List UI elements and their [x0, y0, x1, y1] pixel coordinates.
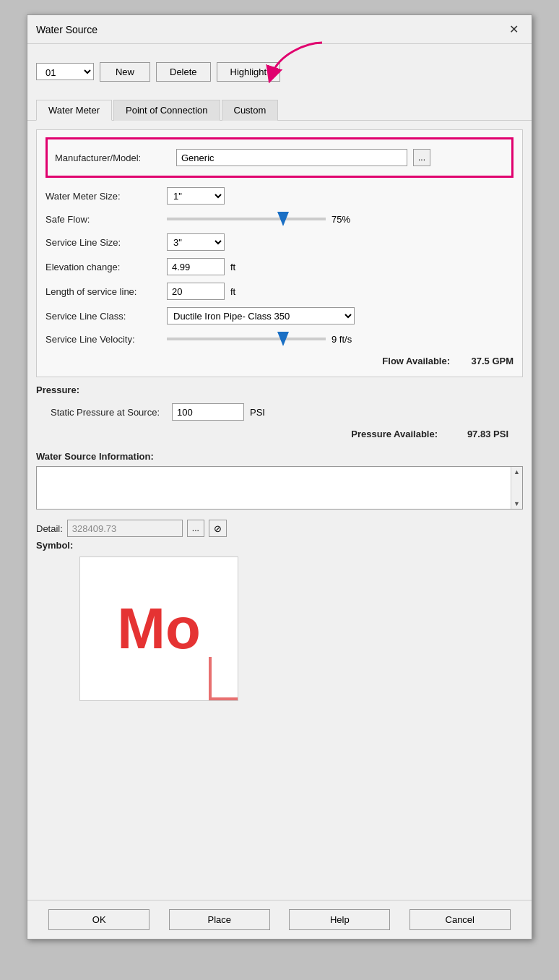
- delete-button[interactable]: Delete: [156, 62, 211, 82]
- elevation-change-unit: ft: [230, 262, 235, 272]
- new-button[interactable]: New: [100, 62, 150, 82]
- symbol-text: Mo: [117, 596, 201, 662]
- close-button[interactable]: ✕: [505, 21, 523, 38]
- cancel-button[interactable]: Cancel: [410, 909, 511, 930]
- water-source-info-section: Water Source Information: ▲ ▼: [36, 451, 523, 510]
- length-service-unit: ft: [230, 286, 235, 297]
- safe-flow-row: Safe Flow: 75%: [46, 208, 514, 230]
- service-line-velocity-slider-container: [167, 332, 326, 346]
- dialog-title: Water Source: [36, 24, 98, 35]
- symbol-section: Symbol: Mo: [36, 540, 523, 701]
- symbol-corner-decoration: [209, 657, 238, 700]
- service-line-velocity-slider[interactable]: [167, 338, 326, 340]
- service-line-velocity-row: Service Line Velocity: 9 ft/s: [46, 328, 514, 350]
- record-selector[interactable]: 01 02 03: [36, 63, 94, 80]
- detail-clear-button[interactable]: ⊘: [209, 520, 227, 537]
- service-line-velocity-label: Service Line Velocity:: [46, 334, 161, 345]
- detail-browse-button[interactable]: ...: [187, 520, 204, 537]
- service-line-class-row: Service Line Class: Ductile Iron Pipe- C…: [46, 304, 514, 328]
- service-line-class-select[interactable]: Ductile Iron Pipe- Class 350 PVC Class 2…: [167, 307, 355, 324]
- detail-row: Detail: ... ⊘: [36, 517, 523, 540]
- ok-button[interactable]: OK: [48, 909, 150, 930]
- static-pressure-input[interactable]: [172, 403, 244, 421]
- water-meter-size-label: Water Meter Size:: [46, 191, 161, 202]
- flow-available-value: 37.5 GPM: [456, 356, 514, 366]
- pressure-available-value: 97.83 PSI: [443, 429, 508, 439]
- manufacturer-browse-button[interactable]: ...: [413, 149, 430, 166]
- toolbar: 01 02 03 New Delete Highlight: [27, 44, 532, 99]
- place-button[interactable]: Place: [169, 909, 270, 930]
- title-bar: Water Source ✕: [27, 15, 532, 44]
- safe-flow-slider-container: [167, 212, 326, 226]
- length-service-input[interactable]: [167, 283, 225, 300]
- safe-flow-value: 75%: [332, 214, 350, 225]
- water-source-info-label: Water Source Information:: [36, 451, 523, 462]
- water-source-info-textarea-container: ▲ ▼: [36, 466, 523, 510]
- tab-water-meter[interactable]: Water Meter: [36, 100, 112, 121]
- service-line-size-row: Service Line Size: 1" 2" 3" 4": [46, 230, 514, 254]
- detail-input[interactable]: [67, 520, 183, 537]
- pressure-section-header: Pressure:: [36, 384, 523, 395]
- water-meter-section: Manufacturer/Model: ... Water Meter Size…: [36, 129, 523, 377]
- symbol-label: Symbol:: [36, 540, 523, 551]
- elevation-change-row: Elevation change: ft: [46, 254, 514, 279]
- detail-label: Detail:: [36, 523, 63, 534]
- service-line-velocity-unit: 9 ft/s: [332, 334, 352, 345]
- manufacturer-row: Manufacturer/Model: ...: [55, 145, 504, 170]
- scroll-up-arrow[interactable]: ▲: [512, 467, 521, 477]
- safe-flow-slider[interactable]: [167, 218, 326, 220]
- flow-available-label: Flow Available:: [382, 356, 450, 366]
- service-line-size-label: Service Line Size:: [46, 237, 161, 248]
- manufacturer-label: Manufacturer/Model:: [55, 152, 170, 163]
- length-service-label: Length of service line:: [46, 286, 161, 297]
- static-pressure-row: Static Pressure at Source: PSI: [36, 400, 523, 424]
- water-meter-size-row: Water Meter Size: 1" 2" 3": [46, 184, 514, 208]
- elevation-change-label: Elevation change:: [46, 262, 161, 272]
- tabs-bar: Water Meter Point of Connection Custom: [27, 99, 532, 121]
- manufacturer-input[interactable]: [176, 149, 407, 166]
- bottom-buttons: OK Place Help Cancel: [27, 900, 532, 939]
- scroll-down-arrow[interactable]: ▼: [512, 499, 521, 509]
- help-button[interactable]: Help: [289, 909, 390, 930]
- textarea-scrollbar[interactable]: ▲ ▼: [511, 467, 522, 509]
- tab-custom[interactable]: Custom: [222, 100, 279, 121]
- pressure-available-row: Pressure Available: 97.83 PSI: [36, 424, 523, 444]
- water-source-dialog: Water Source ✕ 01 02 03 New Delete Highl…: [27, 14, 532, 940]
- service-line-class-label: Service Line Class:: [46, 311, 161, 322]
- elevation-change-input[interactable]: [167, 258, 225, 275]
- safe-flow-label: Safe Flow:: [46, 214, 161, 225]
- main-content: Manufacturer/Model: ... Water Meter Size…: [27, 121, 532, 900]
- static-pressure-unit: PSI: [250, 407, 265, 418]
- water-meter-size-select[interactable]: 1" 2" 3": [167, 187, 225, 205]
- symbol-canvas: Mo: [79, 556, 238, 701]
- water-source-info-textarea[interactable]: [37, 467, 511, 509]
- manufacturer-highlighted-row: Manufacturer/Model: ...: [46, 137, 514, 178]
- static-pressure-label: Static Pressure at Source:: [51, 407, 166, 418]
- tab-point-of-connection[interactable]: Point of Connection: [113, 100, 220, 121]
- service-line-size-select[interactable]: 1" 2" 3" 4": [167, 233, 225, 251]
- flow-available-row: Flow Available: 37.5 GPM: [46, 350, 514, 369]
- pressure-available-label: Pressure Available:: [351, 429, 438, 439]
- highlight-button[interactable]: Highlight: [217, 62, 281, 82]
- pressure-section: Pressure: Static Pressure at Source: PSI…: [36, 384, 523, 444]
- length-service-line-row: Length of service line: ft: [46, 279, 514, 304]
